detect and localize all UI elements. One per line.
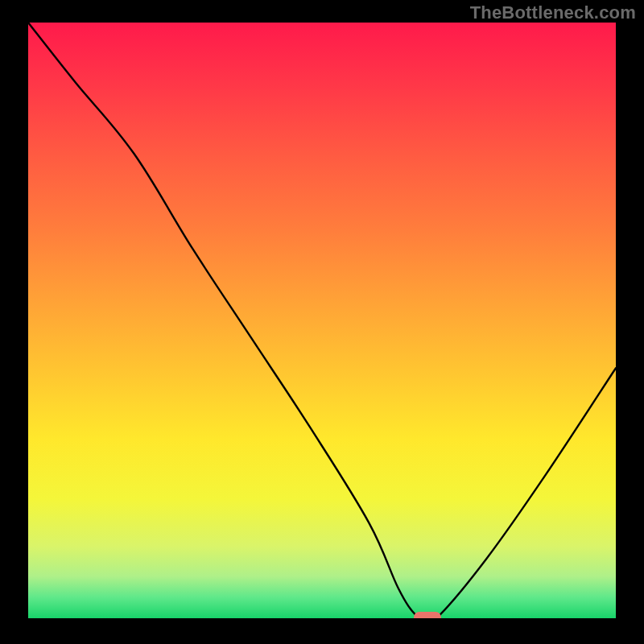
- curve-path: [28, 23, 616, 618]
- watermark-text: TheBottleneck.com: [470, 2, 636, 23]
- bottleneck-curve: [28, 23, 616, 618]
- optimal-marker: [414, 612, 441, 618]
- plot-area: [28, 23, 616, 618]
- chart-frame: TheBottleneck.com: [0, 0, 644, 644]
